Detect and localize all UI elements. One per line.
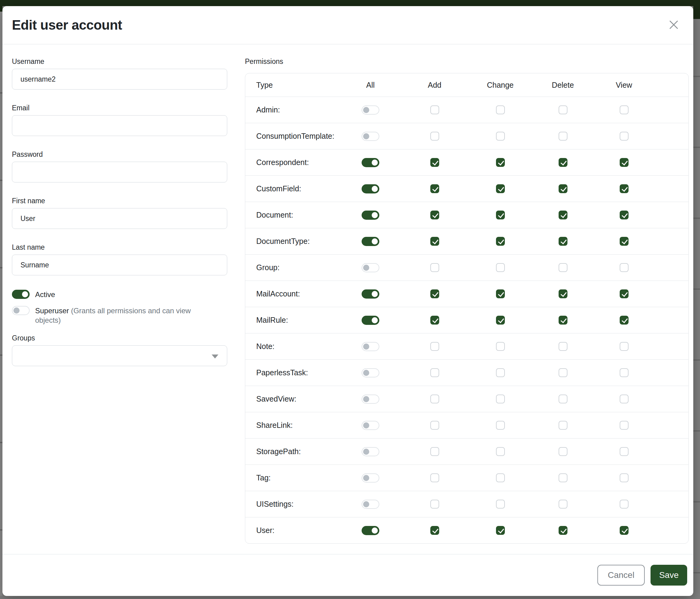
permission-change-checkbox[interactable] (496, 211, 505, 219)
permission-all-toggle[interactable] (361, 263, 379, 272)
permission-all-toggle[interactable] (361, 211, 379, 220)
permission-view-checkbox[interactable] (620, 237, 628, 246)
permission-change-checkbox[interactable] (496, 132, 505, 141)
permission-all-toggle[interactable] (361, 500, 379, 509)
permission-view-checkbox[interactable] (620, 263, 628, 272)
permission-add-checkbox[interactable] (430, 237, 439, 246)
permission-add-checkbox[interactable] (430, 421, 439, 430)
permission-view-checkbox[interactable] (620, 211, 628, 219)
last-name-field[interactable] (12, 255, 227, 275)
permission-change-checkbox[interactable] (496, 316, 505, 325)
superuser-label: Superuser (35, 307, 69, 315)
permission-add-checkbox[interactable] (430, 526, 439, 535)
permission-view-checkbox[interactable] (620, 184, 628, 193)
permission-view-checkbox[interactable] (620, 342, 628, 351)
permission-delete-checkbox[interactable] (558, 289, 568, 298)
close-button[interactable] (667, 18, 681, 32)
permission-all-toggle[interactable] (361, 158, 379, 167)
permission-change-checkbox[interactable] (496, 289, 505, 298)
permission-add-checkbox[interactable] (430, 316, 439, 325)
background-scrollbar[interactable] (693, 6, 700, 599)
password-field[interactable] (12, 162, 227, 183)
permission-delete-checkbox[interactable] (558, 132, 568, 141)
permission-add-checkbox[interactable] (430, 132, 439, 141)
permission-all-toggle[interactable] (361, 105, 379, 115)
permission-delete-checkbox[interactable] (558, 447, 568, 456)
permission-delete-checkbox[interactable] (558, 263, 568, 272)
permission-add-checkbox[interactable] (430, 447, 439, 456)
permission-view-checkbox[interactable] (620, 158, 628, 167)
permission-add-checkbox[interactable] (430, 158, 439, 167)
permission-add-checkbox[interactable] (430, 211, 439, 219)
email-field[interactable] (12, 115, 227, 136)
permission-add-checkbox[interactable] (430, 368, 439, 377)
permission-type-label: MailAccount: (245, 289, 340, 298)
permission-view-checkbox[interactable] (620, 500, 628, 508)
permission-all-toggle[interactable] (361, 289, 379, 298)
permission-all-toggle[interactable] (361, 184, 379, 193)
permission-delete-checkbox[interactable] (558, 421, 568, 430)
permission-view-checkbox[interactable] (620, 526, 628, 535)
superuser-toggle[interactable] (12, 306, 30, 315)
permission-all-toggle[interactable] (361, 473, 379, 483)
permission-all-toggle[interactable] (361, 526, 379, 535)
permission-add-checkbox[interactable] (430, 500, 439, 508)
permission-delete-checkbox[interactable] (558, 184, 568, 193)
permission-add-checkbox[interactable] (430, 473, 439, 482)
permission-all-toggle[interactable] (361, 447, 379, 456)
permission-delete-checkbox[interactable] (558, 316, 568, 325)
permission-delete-checkbox[interactable] (558, 394, 568, 403)
permission-change-checkbox[interactable] (496, 447, 505, 456)
permission-change-checkbox[interactable] (496, 263, 505, 272)
permission-view-checkbox[interactable] (620, 316, 628, 325)
permission-all-toggle[interactable] (361, 394, 379, 404)
permission-change-checkbox[interactable] (496, 526, 505, 535)
permission-all-toggle[interactable] (361, 342, 379, 351)
permission-add-checkbox[interactable] (430, 263, 439, 272)
permission-view-checkbox[interactable] (620, 447, 628, 456)
permission-delete-checkbox[interactable] (558, 105, 568, 114)
permission-change-checkbox[interactable] (496, 184, 505, 193)
cancel-button[interactable]: Cancel (597, 565, 645, 585)
username-input[interactable] (12, 69, 227, 90)
permission-all-toggle[interactable] (361, 421, 379, 430)
permission-add-checkbox[interactable] (430, 105, 439, 114)
permission-delete-checkbox[interactable] (558, 158, 568, 167)
permission-add-checkbox[interactable] (430, 394, 439, 403)
permission-all-toggle[interactable] (361, 368, 379, 378)
permission-change-checkbox[interactable] (496, 158, 505, 167)
toggle-knob (372, 212, 378, 218)
first-name-field[interactable] (12, 208, 227, 229)
permission-all-toggle[interactable] (361, 132, 379, 141)
permission-view-checkbox[interactable] (620, 289, 628, 298)
permission-add-checkbox[interactable] (430, 342, 439, 351)
permission-delete-checkbox[interactable] (558, 500, 568, 508)
permission-view-checkbox[interactable] (620, 473, 628, 482)
permission-view-checkbox[interactable] (620, 132, 628, 141)
permission-all-toggle[interactable] (361, 237, 379, 246)
permission-delete-checkbox[interactable] (558, 368, 568, 377)
permission-change-checkbox[interactable] (496, 368, 505, 377)
permission-change-checkbox[interactable] (496, 500, 505, 508)
permission-change-checkbox[interactable] (496, 421, 505, 430)
permission-delete-checkbox[interactable] (558, 211, 568, 219)
permission-change-checkbox[interactable] (496, 473, 505, 482)
permission-change-checkbox[interactable] (496, 237, 505, 246)
groups-select[interactable] (12, 345, 227, 366)
permission-all-toggle[interactable] (361, 316, 379, 325)
permission-delete-checkbox[interactable] (558, 526, 568, 535)
permission-view-checkbox[interactable] (620, 394, 628, 403)
permission-change-checkbox[interactable] (496, 105, 505, 114)
permission-change-checkbox[interactable] (496, 342, 505, 351)
permission-view-checkbox[interactable] (620, 105, 628, 114)
permission-delete-checkbox[interactable] (558, 473, 568, 482)
permission-add-checkbox[interactable] (430, 289, 439, 298)
save-button[interactable]: Save (651, 565, 687, 585)
permission-change-checkbox[interactable] (496, 394, 505, 403)
permission-view-checkbox[interactable] (620, 368, 628, 377)
permission-add-checkbox[interactable] (430, 184, 439, 193)
permission-delete-checkbox[interactable] (558, 342, 568, 351)
active-toggle[interactable] (12, 290, 30, 299)
permission-delete-checkbox[interactable] (558, 237, 568, 246)
permission-view-checkbox[interactable] (620, 421, 628, 430)
